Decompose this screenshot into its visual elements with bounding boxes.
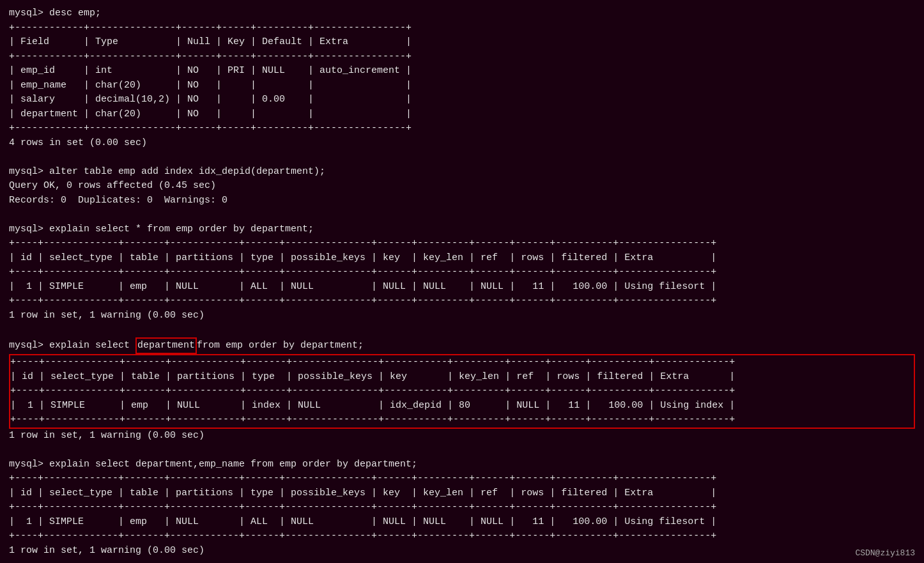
- line-department: | department | char(20) | NO | | | |: [9, 107, 915, 122]
- line-explain1-border3: +----+-------------+-------+------------…: [9, 294, 915, 309]
- line-blank1: [9, 150, 915, 165]
- watermark: CSDN@ziyi813: [855, 547, 915, 560]
- line-alter-table: mysql> alter table emp add index idx_dep…: [9, 165, 915, 180]
- line-explain3-border1: +----+-------------+-------+------------…: [9, 472, 915, 486]
- line-explain1-data: | 1 | SIMPLE | emp | NULL | ALL | NULL |…: [9, 280, 915, 295]
- department-highlight: department: [135, 337, 197, 355]
- line-explain1-border2: +----+-------------+-------+------------…: [9, 265, 915, 280]
- line-salary: | salary | decimal(10,2) | NO | | 0.00 |…: [9, 93, 915, 107]
- line-blank2: [9, 208, 915, 222]
- line-explain3-data: | 1 | SIMPLE | emp | NULL | ALL | NULL |…: [9, 515, 915, 530]
- line-emp-id: | emp_id | int | NO | PRI | NULL | auto_…: [9, 64, 915, 79]
- line-emp-name: | emp_name | char(20) | NO | | | |: [9, 79, 915, 93]
- line-explain3-cmd: mysql> explain select department,emp_nam…: [9, 458, 915, 472]
- line-explain3-border3: +----+-------------+-------+------------…: [9, 529, 915, 544]
- explain2-pre: mysql> explain select: [9, 339, 135, 353]
- line-blank4: [9, 443, 915, 458]
- line-explain3-header: | id | select_type | table | partitions …: [9, 486, 915, 501]
- line-explain2-border1: +----+-------------+-------+------------…: [10, 355, 914, 370]
- line-explain2-rows: 1 row in set, 1 warning (0.00 sec): [9, 429, 915, 443]
- line-explain3-rows: 1 row in set, 1 warning (0.00 sec): [9, 544, 915, 559]
- line-explain2-header: | id | select_type | table | partitions …: [10, 370, 914, 385]
- line-explain2-border3: +----+-------------+-------+------------…: [10, 413, 914, 428]
- line-border2: +------------+---------------+------+---…: [9, 50, 915, 65]
- line-blank3: [9, 323, 915, 337]
- line-explain1: mysql> explain select * from emp order b…: [9, 222, 915, 237]
- line-explain1-border1: +----+-------------+-------+------------…: [9, 236, 915, 251]
- line-explain1-rows: 1 row in set, 1 warning (0.00 sec): [9, 309, 915, 323]
- line-header: | Field | Type | Null | Key | Default | …: [9, 35, 915, 50]
- line-explain2-data: | 1 | SIMPLE | emp | NULL | index | NULL…: [10, 399, 914, 413]
- line-explain1-header: | id | select_type | table | partitions …: [9, 251, 915, 266]
- line-explain2-border2: +----+-------------+-------+------------…: [10, 384, 914, 399]
- line-desc-emp: mysql> desc emp;: [9, 6, 915, 21]
- line-records: Records: 0 Duplicates: 0 Warnings: 0: [9, 194, 915, 208]
- line-explain2-command: mysql> explain select department from em…: [9, 337, 915, 355]
- explain2-result-section: +----+-------------+-------+------------…: [9, 354, 915, 429]
- line-border1: +------------+---------------+------+---…: [9, 21, 915, 36]
- explain2-post: from emp order by department;: [197, 339, 364, 353]
- terminal: mysql> desc emp; +------------+---------…: [9, 6, 915, 558]
- line-query-ok: Query OK, 0 rows affected (0.45 sec): [9, 179, 915, 194]
- line-border3: +------------+---------------+------+---…: [9, 121, 915, 136]
- line-rows-count1: 4 rows in set (0.00 sec): [9, 136, 915, 151]
- line-explain3-border2: +----+-------------+-------+------------…: [9, 500, 915, 515]
